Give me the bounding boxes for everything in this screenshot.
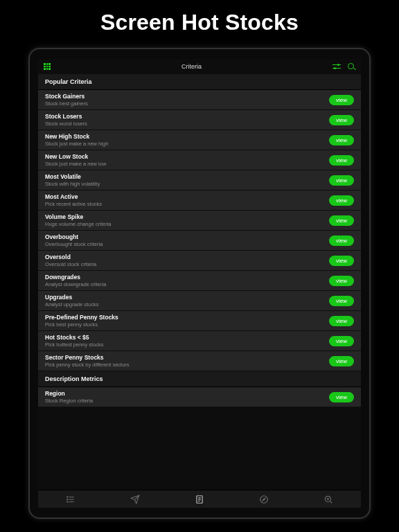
tab-document-icon[interactable]	[186, 494, 213, 505]
list-item[interactable]: Most ActivePick recent active stocksview	[38, 190, 361, 211]
tab-list-icon[interactable]	[57, 494, 85, 505]
item-title: New Low Stock	[45, 153, 106, 160]
svg-line-12	[330, 501, 332, 503]
item-title: Stock Gainers	[45, 93, 88, 100]
list-item[interactable]: DowngradesAnalyst downgrade criteriaview	[38, 271, 361, 291]
view-button[interactable]: view	[329, 215, 354, 226]
item-description: Huge volume change criteria	[45, 221, 111, 227]
item-title: Region	[45, 390, 93, 397]
item-title: Most Volatile	[45, 173, 100, 180]
item-description: Stock with high volatility	[45, 181, 100, 187]
item-description: Stock just make a new low	[45, 161, 106, 167]
item-title: Upgrades	[45, 294, 99, 301]
item-description: Stock worst losers	[45, 121, 87, 127]
view-button[interactable]: view	[329, 95, 354, 105]
item-title: New High Stock	[45, 133, 108, 140]
section-header: Popular Criteria	[38, 74, 361, 90]
list-item[interactable]: Pre-Defined Penny StocksPick best penny …	[38, 311, 361, 331]
list-item[interactable]: Stock LosersStock worst losersview	[38, 110, 361, 130]
item-title: Hot Stocks < $5	[45, 334, 104, 341]
item-title: Most Active	[45, 193, 102, 200]
view-button[interactable]: view	[329, 356, 354, 366]
view-button[interactable]: view	[329, 115, 354, 125]
view-button[interactable]: view	[329, 236, 354, 246]
view-button[interactable]: view	[329, 195, 354, 206]
svg-point-3	[66, 496, 67, 497]
list-item[interactable]: New Low StockStock just make a new lowvi…	[38, 150, 361, 170]
view-button[interactable]: view	[329, 296, 354, 306]
view-button[interactable]: view	[329, 175, 354, 186]
item-title: Sector Penny Stocks	[45, 354, 130, 361]
item-description: Pick penny stock by different sectors	[45, 362, 130, 368]
item-title: Pre-Defined Penny Stocks	[45, 314, 118, 321]
svg-point-4	[66, 499, 67, 499]
item-description: Stock best gainers	[45, 100, 88, 107]
item-description: Pick hottest penny stocks	[45, 342, 104, 348]
list-item[interactable]: Most VolatileStock with high volatilityv…	[38, 170, 361, 190]
filter-icon[interactable]	[332, 63, 341, 70]
item-description: Oversold stock criteria	[45, 261, 96, 267]
list-item[interactable]: Hot Stocks < $5Pick hottest penny stocks…	[38, 331, 361, 351]
list-item[interactable]: OversoldOversold stock criteriaview	[38, 251, 361, 271]
svg-point-10	[260, 495, 268, 503]
list-item[interactable]: UpgradesAnalyst upgrade stocksview	[38, 291, 361, 311]
item-description: Pick best penny stocks	[45, 321, 118, 328]
content-list[interactable]: Popular CriteriaStock GainersStock best …	[38, 74, 361, 490]
grid-icon[interactable]	[44, 63, 51, 70]
item-description: Pick recent active stocks	[45, 201, 102, 207]
view-button[interactable]: view	[329, 135, 354, 145]
item-description: Stock Region criteria	[45, 398, 93, 404]
list-item[interactable]: OverboughtOverbought stock criteriaview	[38, 231, 361, 251]
search-icon[interactable]	[348, 63, 355, 71]
section-header: Description Metrics	[38, 371, 361, 387]
list-item[interactable]: RegionStock Region criteriaview	[38, 387, 361, 407]
list-item[interactable]: Stock GainersStock best gainersview	[38, 90, 361, 110]
list-item[interactable]: Volume SpikeHuge volume change criteriav…	[38, 211, 361, 231]
item-description: Analyst downgrade criteria	[45, 281, 106, 287]
item-title: Oversold	[45, 254, 96, 260]
topbar-title: Criteria	[181, 63, 202, 70]
view-button[interactable]: view	[329, 336, 354, 346]
view-button[interactable]: view	[329, 276, 354, 286]
screen: Criteria Popular CriteriaStock GainersSt…	[38, 59, 361, 508]
item-description: Analyst upgrade stocks	[45, 301, 99, 308]
view-button[interactable]: view	[329, 316, 354, 326]
tab-zoom-icon[interactable]	[314, 494, 342, 505]
tab-compass-icon[interactable]	[250, 494, 278, 505]
item-title: Overbought	[45, 233, 103, 240]
item-title: Downgrades	[45, 274, 106, 281]
page-headline: Screen Hot Stocks	[100, 10, 299, 35]
view-button[interactable]: view	[329, 256, 354, 266]
list-item[interactable]: Sector Penny StocksPick penny stock by d…	[38, 351, 361, 371]
tab-send-icon[interactable]	[121, 494, 149, 505]
svg-point-5	[66, 501, 67, 502]
item-title: Volume Spike	[45, 213, 111, 220]
device-frame: Criteria Popular CriteriaStock GainersSt…	[28, 48, 371, 519]
item-title: Stock Losers	[45, 113, 87, 120]
view-button[interactable]: view	[329, 392, 354, 402]
topbar: Criteria	[38, 59, 361, 74]
view-button[interactable]: view	[329, 155, 354, 166]
item-description: Overbought stock criteria	[45, 241, 103, 247]
item-description: Stock just make a new high	[45, 141, 108, 147]
tabbar	[38, 490, 361, 508]
list-item[interactable]: New High StockStock just make a new high…	[38, 130, 361, 150]
